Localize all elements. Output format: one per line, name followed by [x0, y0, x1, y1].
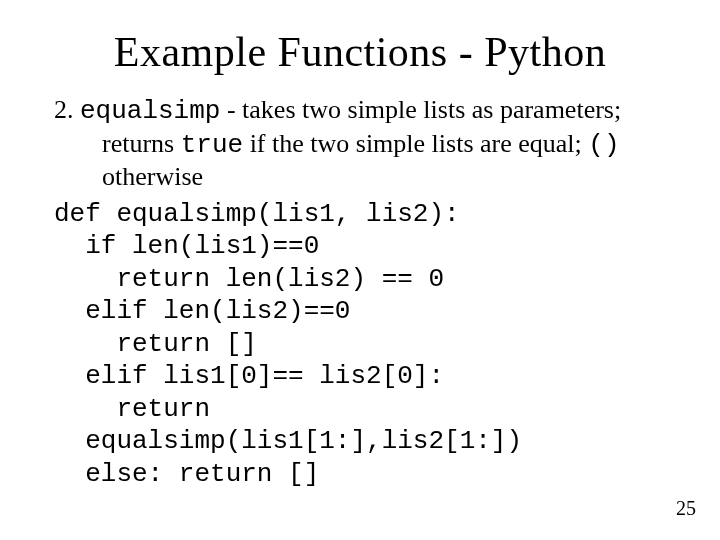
slide-body: 2. equalsimp - takes two simple lists as… — [54, 94, 670, 490]
description: 2. equalsimp - takes two simple lists as… — [54, 94, 670, 194]
slide-title: Example Functions - Python — [50, 28, 670, 76]
code-line: return — [54, 394, 210, 424]
function-name: equalsimp — [80, 96, 220, 126]
code-line: def equalsimp(lis1, lis2): — [54, 199, 460, 229]
code-line: return [] — [54, 329, 257, 359]
item-number: 2. — [54, 95, 74, 124]
code-line: equalsimp(lis1[1:],lis2[1:]) — [54, 426, 522, 456]
code-line: else: return [] — [54, 459, 319, 489]
desc-line3: otherwise — [54, 161, 670, 194]
page-number: 25 — [676, 497, 696, 520]
empty-tuple: () — [588, 130, 619, 160]
code-line: return len(lis2) == 0 — [54, 264, 444, 294]
code-line: elif lis1[0]== lis2[0]: — [54, 361, 444, 391]
code-line: if len(lis1)==0 — [54, 231, 319, 261]
desc-line2b: if the two simple lists are equal; — [243, 129, 588, 158]
desc-line2a: returns — [102, 129, 181, 158]
slide: Example Functions - Python 2. equalsimp … — [0, 0, 720, 540]
desc-part1: - takes two simple lists as parameters; — [220, 95, 621, 124]
code-block: def equalsimp(lis1, lis2): if len(lis1)=… — [54, 198, 670, 491]
true-keyword: true — [181, 130, 243, 160]
code-line: elif len(lis2)==0 — [54, 296, 350, 326]
